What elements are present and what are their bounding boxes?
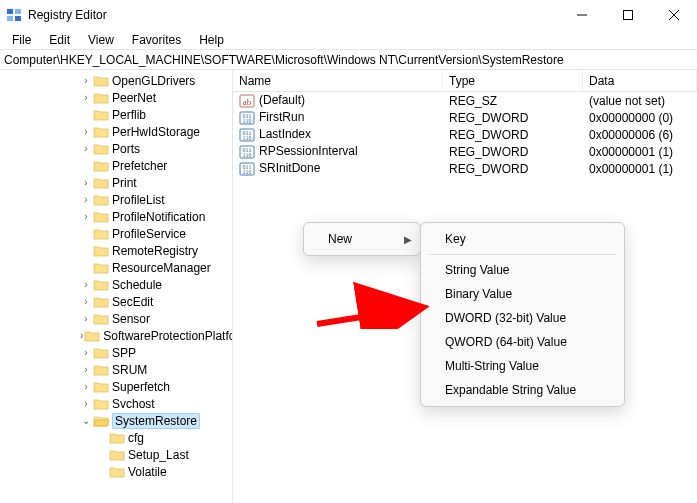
value-name: (Default) bbox=[259, 93, 305, 107]
list-row[interactable]: 011110RPSessionIntervalREG_DWORD0x000000… bbox=[233, 143, 697, 160]
tree-item[interactable]: ›Sensor bbox=[0, 310, 232, 327]
tree-item[interactable]: ›SoftwareProtectionPlatform bbox=[0, 327, 232, 344]
tree-item[interactable]: ›SPP bbox=[0, 344, 232, 361]
tree-item[interactable]: ›PerHwIdStorage bbox=[0, 123, 232, 140]
tree-item[interactable]: ›ProfileList bbox=[0, 191, 232, 208]
folder-icon bbox=[93, 244, 109, 258]
value-data: 0x00000000 (0) bbox=[583, 111, 697, 125]
list-row[interactable]: 011110LastIndexREG_DWORD0x00000006 (6) bbox=[233, 126, 697, 143]
minimize-button[interactable] bbox=[559, 0, 605, 30]
tree-item-label: Print bbox=[112, 176, 137, 190]
tree-item[interactable]: Perflib bbox=[0, 106, 232, 123]
binary-value-icon: 011110 bbox=[239, 144, 255, 160]
submenu-item[interactable]: Multi-String Value bbox=[421, 354, 624, 378]
tree-item[interactable]: ›Ports bbox=[0, 140, 232, 157]
submenu-arrow-icon: ▶ bbox=[404, 234, 412, 245]
tree-item[interactable]: ResourceManager bbox=[0, 259, 232, 276]
tree-item-label: Svchost bbox=[112, 397, 155, 411]
value-name: FirstRun bbox=[259, 110, 304, 124]
tree-item[interactable]: Prefetcher bbox=[0, 157, 232, 174]
address-bar[interactable]: Computer\HKEY_LOCAL_MACHINE\SOFTWARE\Mic… bbox=[0, 50, 697, 70]
column-header-name[interactable]: Name bbox=[233, 70, 443, 91]
close-button[interactable] bbox=[651, 0, 697, 30]
chevron-right-icon[interactable]: › bbox=[80, 330, 83, 341]
binary-value-icon: 011110 bbox=[239, 161, 255, 177]
tree-item-label: ProfileList bbox=[112, 193, 165, 207]
tree-item-label: OpenGLDrivers bbox=[112, 74, 195, 88]
chevron-right-icon[interactable]: › bbox=[80, 279, 92, 290]
submenu-item[interactable]: Expandable String Value bbox=[421, 378, 624, 402]
submenu-item[interactable]: Binary Value bbox=[421, 282, 624, 306]
tree-item[interactable]: RemoteRegistry bbox=[0, 242, 232, 259]
menu-bar: File Edit View Favorites Help bbox=[0, 30, 697, 50]
submenu-item[interactable]: DWORD (32-bit) Value bbox=[421, 306, 624, 330]
tree-item[interactable]: ›Svchost bbox=[0, 395, 232, 412]
chevron-right-icon[interactable]: › bbox=[80, 143, 92, 154]
value-name: SRInitDone bbox=[259, 161, 320, 175]
chevron-right-icon[interactable]: › bbox=[80, 381, 92, 392]
folder-icon bbox=[93, 312, 109, 326]
chevron-right-icon[interactable]: › bbox=[80, 398, 92, 409]
context-menu-new[interactable]: New ▶ bbox=[304, 227, 420, 251]
chevron-right-icon[interactable]: › bbox=[80, 211, 92, 222]
menu-view[interactable]: View bbox=[80, 32, 122, 48]
value-type: REG_DWORD bbox=[443, 111, 583, 125]
tree-item[interactable]: ›OpenGLDrivers bbox=[0, 72, 232, 89]
folder-icon bbox=[93, 193, 109, 207]
list-row[interactable]: ab(Default)REG_SZ(value not set) bbox=[233, 92, 697, 109]
maximize-button[interactable] bbox=[605, 0, 651, 30]
tree-item[interactable]: ›ProfileNotification bbox=[0, 208, 232, 225]
tree-item-label: Prefetcher bbox=[112, 159, 167, 173]
tree-item[interactable]: ›PeerNet bbox=[0, 89, 232, 106]
chevron-right-icon[interactable]: › bbox=[80, 177, 92, 188]
folder-icon bbox=[93, 142, 109, 156]
chevron-right-icon[interactable]: › bbox=[80, 126, 92, 137]
tree-item[interactable]: cfg bbox=[0, 429, 232, 446]
list-row[interactable]: 011110SRInitDoneREG_DWORD0x00000001 (1) bbox=[233, 160, 697, 177]
tree-item-label: Ports bbox=[112, 142, 140, 156]
tree-item-label: Sensor bbox=[112, 312, 150, 326]
tree-item[interactable]: ProfileService bbox=[0, 225, 232, 242]
chevron-right-icon[interactable]: › bbox=[80, 347, 92, 358]
menu-favorites[interactable]: Favorites bbox=[124, 32, 189, 48]
tree-item-label: SystemRestore bbox=[112, 413, 200, 429]
menu-help[interactable]: Help bbox=[191, 32, 232, 48]
value-type: REG_DWORD bbox=[443, 162, 583, 176]
menu-file[interactable]: File bbox=[4, 32, 39, 48]
value-data: 0x00000006 (6) bbox=[583, 128, 697, 142]
list-header: Name Type Data bbox=[233, 70, 697, 92]
folder-icon bbox=[93, 74, 109, 88]
folder-icon bbox=[93, 125, 109, 139]
menu-separator bbox=[429, 254, 616, 255]
chevron-down-icon[interactable]: ⌄ bbox=[80, 415, 92, 426]
submenu-item[interactable]: QWORD (64-bit) Value bbox=[421, 330, 624, 354]
list-row[interactable]: 011110FirstRunREG_DWORD0x00000000 (0) bbox=[233, 109, 697, 126]
tree-item-label: Volatile bbox=[128, 465, 167, 479]
column-header-type[interactable]: Type bbox=[443, 70, 583, 91]
chevron-right-icon[interactable]: › bbox=[80, 313, 92, 324]
tree-item[interactable]: ›Print bbox=[0, 174, 232, 191]
chevron-right-icon[interactable]: › bbox=[80, 296, 92, 307]
submenu-item[interactable]: Key bbox=[421, 227, 624, 251]
svg-rect-2 bbox=[7, 16, 13, 21]
column-header-data[interactable]: Data bbox=[583, 70, 697, 91]
tree-item[interactable]: Volatile bbox=[0, 463, 232, 480]
chevron-right-icon[interactable]: › bbox=[80, 364, 92, 375]
folder-icon bbox=[93, 380, 109, 394]
folder-icon bbox=[93, 363, 109, 377]
tree-item[interactable]: Setup_Last bbox=[0, 446, 232, 463]
chevron-right-icon[interactable]: › bbox=[80, 194, 92, 205]
tree-pane[interactable]: ›OpenGLDrivers›PeerNetPerflib›PerHwIdSto… bbox=[0, 70, 233, 503]
binary-value-icon: 011110 bbox=[239, 127, 255, 143]
tree-item[interactable]: ›Schedule bbox=[0, 276, 232, 293]
chevron-right-icon[interactable]: › bbox=[80, 75, 92, 86]
folder-icon bbox=[93, 278, 109, 292]
tree-item[interactable]: ›SecEdit bbox=[0, 293, 232, 310]
menu-edit[interactable]: Edit bbox=[41, 32, 78, 48]
folder-icon bbox=[93, 346, 109, 360]
tree-item[interactable]: ›Superfetch bbox=[0, 378, 232, 395]
chevron-right-icon[interactable]: › bbox=[80, 92, 92, 103]
tree-item[interactable]: ›SRUM bbox=[0, 361, 232, 378]
tree-item[interactable]: ⌄SystemRestore bbox=[0, 412, 232, 429]
submenu-item[interactable]: String Value bbox=[421, 258, 624, 282]
